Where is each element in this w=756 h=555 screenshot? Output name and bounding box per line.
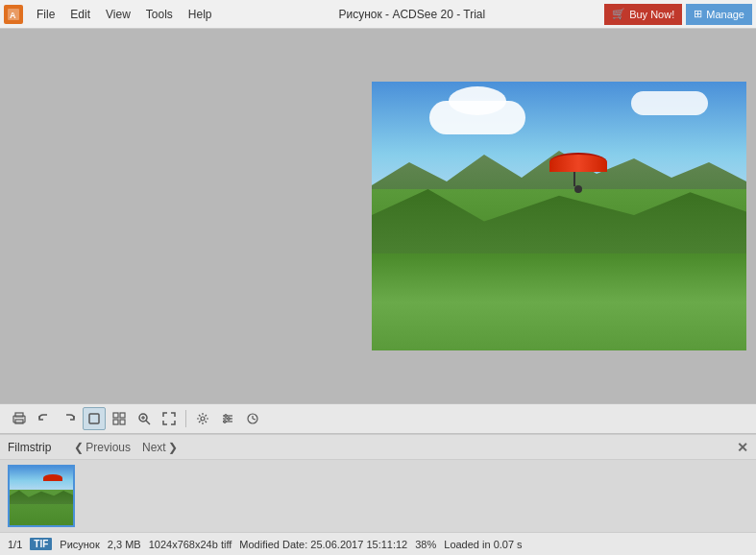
chevron-left-icon: ❮	[74, 441, 84, 454]
status-bar: 1/1 TIF Рисунок 2,3 MB 1024x768x24b tiff…	[0, 532, 756, 555]
adjustments-button[interactable]	[216, 407, 239, 430]
filmstrip-label: Filmstrip	[8, 441, 51, 454]
green-hills	[372, 189, 746, 350]
svg-text:A: A	[10, 11, 16, 20]
modified-date: Modified Date: 25.06.2017 15:11:12	[239, 539, 407, 550]
viewer-area	[0, 29, 756, 403]
file-type-badge: TIF	[30, 538, 52, 550]
pilot	[574, 185, 582, 193]
file-size: 2,3 MB	[108, 539, 141, 550]
svg-point-20	[224, 421, 227, 423]
menu-tools[interactable]: Tools	[138, 4, 181, 25]
svg-point-19	[228, 418, 231, 421]
buy-now-label: Buy Now!	[629, 9, 674, 20]
print-button[interactable]	[8, 407, 31, 430]
select-button[interactable]	[83, 407, 106, 430]
svg-point-18	[225, 415, 228, 418]
toolbar	[0, 403, 756, 434]
zoom-level: 38%	[415, 539, 436, 550]
menu-bar: File Edit View Tools Help	[29, 4, 220, 25]
chevron-right-icon: ❯	[168, 441, 178, 454]
zoom-button[interactable]	[133, 407, 156, 430]
title-bar-actions: 🛒 Buy Now! ⊞ Manage	[604, 4, 752, 25]
load-time: Loaded in 0.07 s	[444, 539, 522, 550]
next-button[interactable]: Next ❯	[138, 439, 182, 456]
svg-rect-9	[120, 420, 125, 424]
thumbnail-item[interactable]	[8, 465, 75, 527]
cart-icon: 🛒	[612, 8, 625, 20]
menu-file[interactable]: File	[29, 4, 62, 25]
svg-line-23	[253, 419, 256, 420]
svg-point-14	[201, 417, 205, 421]
filmstrip-close-button[interactable]: ✕	[737, 440, 748, 455]
grid-icon: ⊞	[694, 8, 702, 20]
undo-button[interactable]	[33, 407, 56, 430]
main-content	[0, 29, 756, 434]
filmstrip-panel: Filmstrip ❮ Previous Next ❯ ✕	[0, 434, 756, 532]
filmstrip-header: Filmstrip ❮ Previous Next ❯ ✕	[0, 435, 756, 460]
menu-view[interactable]: View	[98, 4, 138, 25]
filmstrip-nav: ❮ Previous Next ❯	[70, 439, 181, 456]
svg-rect-7	[120, 413, 125, 418]
dimensions: 1024x768x24b tiff	[149, 539, 232, 550]
page-count: 1/1	[8, 539, 22, 550]
menu-help[interactable]: Help	[181, 4, 220, 25]
manage-button[interactable]: ⊞ Manage	[686, 4, 752, 25]
zoom-fit-button[interactable]	[108, 407, 131, 430]
window-title: Рисунок - ACDSee 20 - Trial	[339, 8, 486, 21]
buy-now-button[interactable]: 🛒 Buy Now!	[604, 4, 682, 25]
title-bar-left: A File Edit View Tools Help	[4, 4, 220, 25]
title-bar: A File Edit View Tools Help Рисунок - AC…	[0, 0, 756, 29]
toolbar-separator-1	[185, 410, 186, 427]
menu-edit[interactable]: Edit	[62, 4, 98, 25]
svg-line-11	[146, 421, 150, 424]
chute	[549, 153, 607, 172]
svg-rect-8	[113, 420, 118, 424]
redo-button[interactable]	[58, 407, 81, 430]
previous-button[interactable]: ❮ Previous	[70, 439, 134, 456]
svg-rect-6	[113, 413, 118, 418]
previous-label: Previous	[85, 441, 131, 454]
file-name: Рисунок	[60, 539, 100, 550]
next-label: Next	[142, 441, 166, 454]
filmstrip-content	[0, 460, 756, 532]
paraglider	[549, 153, 607, 172]
manage-label: Manage	[706, 9, 744, 20]
clock-button[interactable]	[241, 407, 264, 430]
thumb-paraglider	[43, 474, 62, 481]
main-image	[372, 82, 746, 350]
settings-button[interactable]	[191, 407, 214, 430]
svg-rect-5	[89, 414, 99, 423]
cloud1	[429, 101, 525, 134]
cloud2	[631, 91, 708, 115]
fullscreen-button[interactable]	[158, 407, 181, 430]
app-icon: A	[4, 5, 23, 24]
